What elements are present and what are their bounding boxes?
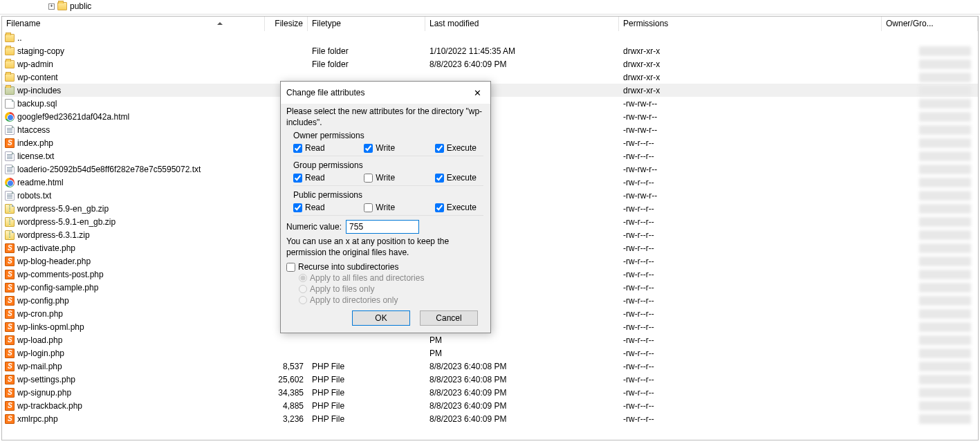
file-owner xyxy=(882,283,978,292)
file-permissions: -rw-rw-r-- xyxy=(619,99,882,109)
file-name: backup.sql xyxy=(17,99,57,109)
numeric-value-input[interactable] xyxy=(346,220,419,234)
file-name: wp-login.php xyxy=(17,349,64,358)
file-owner xyxy=(882,322,978,332)
sql-icon xyxy=(5,99,15,109)
header-filesize[interactable]: Filesize xyxy=(265,17,308,31)
tree-node-public[interactable]: + public xyxy=(48,1,932,11)
folder-sel-icon xyxy=(5,86,15,95)
file-owner xyxy=(882,46,978,56)
chrome-icon xyxy=(5,178,15,187)
file-name: wp-content xyxy=(17,73,58,82)
zip-icon xyxy=(5,230,15,240)
file-row[interactable]: wp-trackback.php4,885PHP File8/8/2023 6:… xyxy=(2,399,978,412)
php-icon xyxy=(5,401,15,411)
file-name: loaderio-25092b54d5e8ff6f282e78e7c559507… xyxy=(17,165,201,174)
file-permissions: -rw-r--r-- xyxy=(619,257,882,266)
file-owner xyxy=(882,257,978,266)
folder-icon xyxy=(5,60,15,68)
file-row[interactable]: xmlrpc.php3,236PHP File8/8/2023 6:40:09 … xyxy=(2,412,978,425)
file-permissions: -rw-r--r-- xyxy=(619,230,882,240)
ok-button[interactable]: OK xyxy=(352,310,410,326)
php-icon xyxy=(5,257,15,266)
file-permissions: -rw-r--r-- xyxy=(619,270,882,279)
header-permissions[interactable]: Permissions xyxy=(619,17,882,31)
file-permissions: -rw-r--r-- xyxy=(619,243,882,253)
txt-icon xyxy=(5,125,15,135)
public-read-checkbox[interactable]: Read xyxy=(293,203,342,212)
file-modified: 1/10/2022 11:45:35 AM xyxy=(425,46,619,56)
file-row[interactable]: .. xyxy=(2,31,978,44)
header-owner-group[interactable]: Owner/Gro... xyxy=(882,17,978,31)
file-row[interactable]: wp-login.phpPM-rw-r--r-- xyxy=(2,346,978,360)
file-permissions: drwxr-xr-x xyxy=(619,86,882,95)
file-row[interactable]: wp-load.phpPM-rw-r--r-- xyxy=(2,333,978,346)
group-permissions-group: Group permissions Read Write Execute xyxy=(293,160,483,186)
recurse-checkbox[interactable]: Recurse into subdirectories xyxy=(286,262,485,272)
php-icon xyxy=(5,296,15,306)
header-last-modified[interactable]: Last modified xyxy=(425,17,619,31)
file-name: wordpress-5.9.1-en_gb.zip xyxy=(17,217,115,227)
expand-icon[interactable]: + xyxy=(48,3,55,10)
file-name: .. xyxy=(17,33,22,43)
file-row[interactable]: wp-adminFile folder8/8/2023 6:40:09 PMdr… xyxy=(2,57,978,71)
php-icon xyxy=(5,414,15,424)
file-type: PHP File xyxy=(308,414,425,424)
file-name: wp-admin xyxy=(17,59,53,69)
tree-node-label: public xyxy=(70,1,91,11)
group-read-checkbox[interactable]: Read xyxy=(293,173,342,183)
dialog-title: Change file attributes xyxy=(286,88,364,97)
php-icon xyxy=(5,349,15,358)
file-size: 3,236 xyxy=(265,414,308,424)
file-name: wp-includes xyxy=(17,86,61,95)
owner-write-checkbox[interactable]: Write xyxy=(364,143,412,153)
file-modified: 8/8/2023 6:40:09 PM xyxy=(425,388,619,398)
file-size: 34,385 xyxy=(265,388,308,398)
numeric-note: You can use an x at any position to keep… xyxy=(286,236,485,258)
file-name: htaccess xyxy=(17,125,50,135)
file-owner xyxy=(882,296,978,306)
file-name: wp-load.php xyxy=(17,335,62,345)
public-write-checkbox[interactable]: Write xyxy=(364,203,412,212)
file-permissions: -rw-rw-r-- xyxy=(619,112,882,122)
public-permissions-title: Public permissions xyxy=(293,190,483,200)
apply-all-radio: Apply to all files and directories xyxy=(299,273,485,283)
close-icon[interactable]: ✕ xyxy=(470,86,485,100)
file-owner xyxy=(882,349,978,358)
file-owner xyxy=(882,309,978,319)
folder-icon xyxy=(5,47,15,55)
file-size: 25,602 xyxy=(265,375,308,384)
file-owner xyxy=(882,243,978,253)
folder-icon xyxy=(57,2,67,10)
file-name: license.txt xyxy=(17,151,54,161)
owner-execute-checkbox[interactable]: Execute xyxy=(435,143,483,153)
group-write-checkbox[interactable]: Write xyxy=(364,173,412,183)
owner-read-checkbox[interactable]: Read xyxy=(293,143,342,153)
file-row[interactable]: wp-mail.php8,537PHP File8/8/2023 6:40:08… xyxy=(2,360,978,373)
file-permissions: -rw-r--r-- xyxy=(619,335,882,345)
file-name: wp-trackback.php xyxy=(17,401,82,411)
php-icon xyxy=(5,283,15,292)
file-type: File folder xyxy=(308,46,425,56)
file-permissions: -rw-r--r-- xyxy=(619,414,882,424)
file-permissions: drwxr-xr-x xyxy=(619,73,882,82)
file-permissions: -rw-r--r-- xyxy=(619,138,882,148)
file-size: 8,537 xyxy=(265,362,308,371)
group-execute-checkbox[interactable]: Execute xyxy=(435,173,483,183)
cancel-button[interactable]: Cancel xyxy=(420,310,478,326)
file-owner xyxy=(882,99,978,109)
zip-icon xyxy=(5,204,15,214)
header-filetype[interactable]: Filetype xyxy=(308,17,425,31)
file-row[interactable]: wp-settings.php25,602PHP File8/8/2023 6:… xyxy=(2,373,978,386)
file-modified: 8/8/2023 6:40:08 PM xyxy=(425,375,619,384)
file-permissions: -rw-r--r-- xyxy=(619,322,882,332)
public-execute-checkbox[interactable]: Execute xyxy=(435,203,483,212)
file-permissions: -rw-rw-r-- xyxy=(619,165,882,174)
header-filename[interactable]: Filename xyxy=(2,17,265,31)
file-row[interactable]: wp-signup.php34,385PHP File8/8/2023 6:40… xyxy=(2,386,978,399)
file-owner xyxy=(882,230,978,240)
file-row[interactable]: staging-copyFile folder1/10/2022 11:45:3… xyxy=(2,44,978,57)
file-permissions: -rw-r--r-- xyxy=(619,204,882,214)
file-permissions: -rw-r--r-- xyxy=(619,217,882,227)
file-owner xyxy=(882,401,978,411)
